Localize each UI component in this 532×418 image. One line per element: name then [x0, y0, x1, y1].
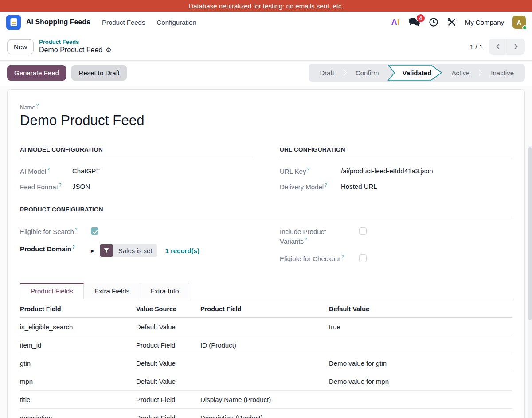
menu-configuration[interactable]: Configuration: [156, 19, 196, 26]
col-product-field: Product Field: [20, 300, 136, 318]
ai-model-field: AI Model? ChatGPT: [20, 167, 252, 175]
product-config-right: Include Product Variants? Eligible for C…: [280, 227, 512, 271]
actions-gear-icon[interactable]: ⚙: [106, 46, 111, 55]
cell-value-source[interactable]: Product Field: [136, 390, 200, 408]
help-icon: ?: [307, 167, 309, 172]
chevron-right-icon: [513, 43, 519, 50]
include-variants-checkbox[interactable]: [359, 227, 367, 235]
help-icon: ?: [75, 227, 78, 232]
cell-value-source[interactable]: Default Value: [136, 372, 200, 390]
vertical-scrollbar[interactable]: [528, 146, 532, 418]
help-icon: ?: [305, 237, 307, 242]
messages-badge: 4: [417, 14, 425, 22]
cell-value-source[interactable]: Default Value: [136, 354, 200, 372]
delivery-model-label: Delivery Model?: [280, 183, 341, 191]
url-key-value[interactable]: /ai/product-feed-e8dd41a3.json: [341, 167, 433, 175]
cell-product-field[interactable]: title: [20, 390, 136, 408]
records-count-link[interactable]: 1 record(s): [165, 247, 200, 254]
status-active[interactable]: Active: [443, 69, 478, 77]
new-button[interactable]: New: [7, 39, 34, 54]
pager-previous-button[interactable]: [489, 39, 507, 55]
cell-product-field[interactable]: mpn: [20, 372, 136, 390]
eligible-search-checkbox[interactable]: [91, 227, 98, 235]
app-title[interactable]: AI Shopping Feeds: [26, 18, 90, 26]
breadcrumb: Product Feeds Demo Product Feed ⚙: [39, 39, 112, 55]
ai-assistant-icon[interactable]: AI: [391, 18, 400, 27]
cell-value-source[interactable]: Product Field: [136, 336, 200, 354]
table-row[interactable]: gtin Default Value Demo value for gtin: [20, 354, 512, 372]
table-row[interactable]: item_id Product Field ID (Product): [20, 336, 512, 354]
eligible-checkout-checkbox[interactable]: [359, 254, 367, 262]
status-separator-icon: [343, 68, 347, 78]
cell-default-value[interactable]: [329, 408, 512, 418]
company-switcher[interactable]: My Company: [465, 19, 504, 26]
cell-default-value[interactable]: [329, 336, 512, 354]
status-pipeline: Draft Confirm Validated Active Inactive: [309, 64, 525, 82]
menu-product-feeds[interactable]: Product Feeds: [102, 19, 145, 26]
cell-default-value[interactable]: Demo value for gtin: [329, 354, 512, 372]
cell-product-field-2[interactable]: Description (Product): [200, 408, 329, 418]
cell-product-field-2[interactable]: Display Name (Product): [200, 390, 329, 408]
help-icon: ?: [59, 183, 62, 188]
cell-product-field-2[interactable]: [200, 317, 329, 336]
ai-model-value[interactable]: ChatGPT: [72, 167, 100, 175]
form-sheet: Name? Demo Product Feed AI MODEL CONFIGU…: [7, 89, 525, 418]
breadcrumb-parent-link[interactable]: Product Feeds: [39, 39, 112, 46]
url-configuration-group: URL CONFIGURATION URL Key? /ai/product-f…: [280, 146, 512, 198]
tab-product-fields[interactable]: Product Fields: [20, 283, 84, 299]
pager-count: 1 / 1: [470, 43, 483, 51]
tab-extra-fields[interactable]: Extra Fields: [84, 283, 140, 299]
product-domain-label: Product Domain?: [20, 244, 91, 254]
tab-extra-info[interactable]: Extra Info: [140, 283, 189, 299]
messages-icon[interactable]: 4: [408, 17, 420, 27]
cell-default-value[interactable]: [329, 390, 512, 408]
cell-default-value[interactable]: true: [329, 317, 512, 336]
include-variants-label: Include Product Variants?: [280, 227, 351, 246]
help-icon: ?: [72, 245, 75, 250]
help-icon: ?: [342, 254, 344, 259]
eligible-search-label: Eligible for Search?: [20, 227, 91, 237]
cell-product-field-2[interactable]: [200, 354, 329, 372]
table-row[interactable]: mpn Default Value Demo value for mpn: [20, 372, 512, 390]
scrollbar-thumb[interactable]: [528, 147, 532, 320]
reset-to-draft-button[interactable]: Reset to Draft: [71, 65, 127, 81]
cell-product-field-2[interactable]: [200, 372, 329, 390]
pager-next-button[interactable]: [507, 39, 525, 55]
feed-app-glyph: [9, 18, 18, 27]
cell-product-field[interactable]: description: [20, 408, 136, 418]
app-icon[interactable]: [6, 15, 21, 30]
expand-caret-icon[interactable]: ▶: [91, 248, 94, 253]
activities-clock-icon[interactable]: [429, 17, 438, 27]
cell-product-field[interactable]: item_id: [20, 336, 136, 354]
delivery-model-value[interactable]: Hosted URL: [341, 183, 377, 190]
name-value[interactable]: Demo Product Feed: [20, 113, 512, 129]
help-icon: ?: [36, 103, 39, 108]
eligible-checkout-field: Eligible for Checkout?: [280, 254, 512, 264]
product-domain-field: Product Domain? ▶ Sales is set 1 record(…: [20, 244, 252, 257]
cell-value-source[interactable]: Product Field: [136, 408, 200, 418]
table-row[interactable]: is_eligible_search Default Value true: [20, 317, 512, 336]
debug-tools-icon[interactable]: [447, 17, 457, 27]
table-row[interactable]: title Product Field Display Name (Produc…: [20, 390, 512, 408]
statusbar-row: Generate Feed Reset to Draft Draft Confi…: [0, 61, 532, 86]
status-draft[interactable]: Draft: [311, 69, 343, 77]
breadcrumb-current: Demo Product Feed ⚙: [39, 46, 112, 55]
name-label: Name?: [20, 103, 512, 111]
status-validated-active[interactable]: Validated: [387, 64, 442, 81]
cell-default-value[interactable]: Demo value for mpn: [329, 372, 512, 390]
cell-product-field-2[interactable]: ID (Product): [200, 336, 329, 354]
cell-product-field[interactable]: gtin: [20, 354, 136, 372]
cell-product-field[interactable]: is_eligible_search: [20, 317, 136, 336]
cell-value-source[interactable]: Default Value: [136, 317, 200, 336]
status-confirm[interactable]: Confirm: [347, 69, 387, 77]
name-field-block: Name? Demo Product Feed: [20, 103, 512, 129]
feed-format-value[interactable]: JSON: [72, 183, 90, 190]
generate-feed-button[interactable]: Generate Feed: [7, 65, 66, 81]
domain-filter-pill[interactable]: Sales is set: [100, 244, 158, 257]
table-row[interactable]: description Product Field Description (P…: [20, 408, 512, 418]
user-avatar[interactable]: A: [512, 16, 526, 29]
status-separator-icon: [478, 68, 482, 78]
record-title: Demo Product Feed: [39, 46, 102, 55]
status-inactive[interactable]: Inactive: [482, 69, 522, 77]
domain-filter-text: Sales is set: [113, 244, 158, 257]
